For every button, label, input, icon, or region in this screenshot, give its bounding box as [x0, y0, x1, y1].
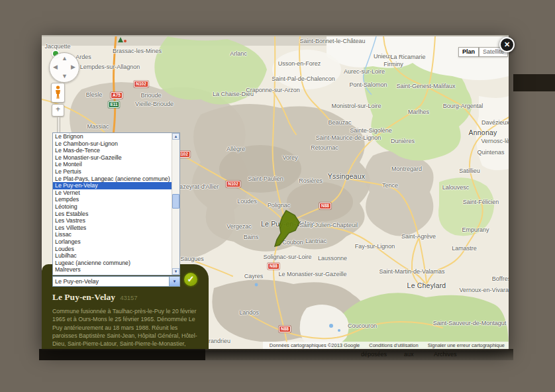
commune-option[interactable]: Malrevers	[53, 266, 179, 273]
pan-left-arrow[interactable]: ◀	[53, 64, 58, 70]
attribution-link[interactable]: Signaler une erreur cartographique	[428, 342, 505, 348]
commune-option[interactable]: Le Monastier-sur-Gazeille	[53, 154, 179, 162]
commune-option[interactable]: Le Brignon	[53, 133, 179, 140]
commune-option[interactable]: Lorlanges	[53, 238, 179, 246]
background-page-fragment	[513, 74, 555, 91]
commune-option[interactable]: Lempdes	[53, 196, 179, 203]
commune-option[interactable]: Les Estables	[53, 211, 179, 218]
commune-option[interactable]: Le Pertuis	[53, 168, 179, 175]
map-type-plan-button[interactable]: Plan	[458, 47, 479, 57]
background-text: aux	[404, 351, 414, 358]
commune-option[interactable]: Léotoing	[53, 203, 179, 211]
commune-list[interactable]: ▲ ▼ Le BrignonLe Chambon-sur-LignonLe Ma…	[52, 132, 180, 275]
pegman-control[interactable]	[51, 83, 65, 103]
commune-option[interactable]: Les Vastres	[53, 217, 179, 224]
commune-description: Commune fusionnée à Taulhac-près-le-Puy …	[52, 307, 201, 349]
background-text: Archives	[434, 351, 457, 358]
poi-dot-icon	[124, 40, 126, 42]
pegman-icon	[54, 85, 62, 100]
commune-option[interactable]: Le Vernet	[53, 189, 179, 197]
tree-poi-icon	[118, 37, 123, 42]
confirm-check-icon: ✓	[183, 271, 199, 287]
zoom-in-button[interactable]: +	[52, 104, 64, 117]
map-canvas[interactable]: JacquetteArdesBrassac-les-MinesLempdes-s…	[42, 36, 509, 349]
close-button[interactable]: ✕	[499, 37, 515, 52]
map-attribution: Données cartographiques ©2013 Google Con…	[263, 342, 509, 349]
commune-option[interactable]: Lissac	[53, 231, 179, 238]
scroll-down-arrow[interactable]: ▼	[172, 268, 179, 275]
commune-select-value: Le Puy-en-Velay	[55, 277, 99, 285]
background-page-band: déposéesauxArchives	[39, 349, 513, 360]
pan-up-arrow[interactable]: ▲	[62, 56, 68, 62]
attribution-text: Données cartographiques ©2013 Google	[270, 342, 360, 348]
commune-option[interactable]: Le Monteil	[53, 161, 179, 168]
attribution-link[interactable]: Conditions d'utilisation	[369, 342, 418, 348]
commune-option[interactable]: Lubilhac	[53, 252, 179, 260]
commune-option[interactable]: Les Villettes	[53, 224, 179, 232]
commune-option[interactable]: Le Chambon-sur-Lignon	[53, 140, 179, 148]
commune-option[interactable]: Le Puy-en-Velay	[53, 182, 179, 189]
scroll-up-arrow[interactable]: ▲	[172, 133, 179, 140]
chevron-down-icon[interactable]: ▼	[169, 277, 179, 286]
commune-title: Le Puy-en-Velay	[52, 292, 115, 302]
commune-option[interactable]: Lugeac (ancienne commune)	[53, 260, 179, 267]
commune-option[interactable]: Le Plat-Pays, Langeac (ancienne commune)	[53, 175, 179, 183]
list-scrollbar[interactable]: ▲ ▼	[172, 133, 179, 275]
map-modal: JacquetteArdesBrassac-les-MinesLempdes-s…	[42, 35, 509, 350]
pan-down-arrow[interactable]: ▼	[62, 74, 68, 79]
commune-select[interactable]: Le Puy-en-Velay ▼	[52, 276, 180, 287]
scrollbar-thumb[interactable]	[172, 194, 179, 209]
commune-insee-code: 43157	[120, 294, 137, 301]
background-text: déposées	[361, 351, 387, 358]
panel-shadow	[39, 349, 205, 360]
commune-option[interactable]: Loudes	[53, 246, 179, 253]
pan-control[interactable]: ▲ ▼ ◀ ▶	[49, 52, 79, 83]
pan-right-arrow[interactable]: ▶	[71, 64, 76, 70]
commune-option[interactable]: Le Mas-de-Tence	[53, 147, 179, 154]
